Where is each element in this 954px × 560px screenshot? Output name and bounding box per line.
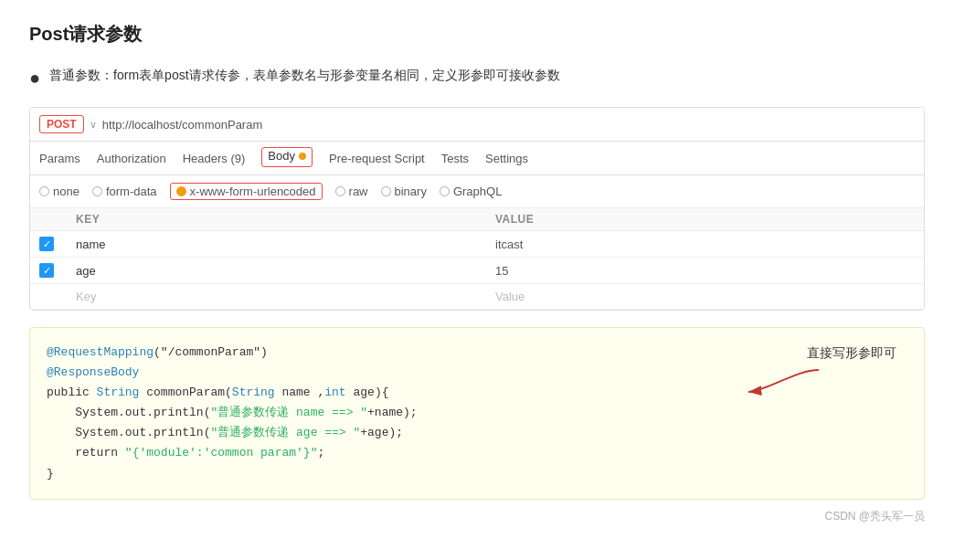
url-display[interactable]: http://localhost/commonParam <box>102 118 915 132</box>
body-type-binary[interactable]: binary <box>381 185 427 198</box>
radio-x-www <box>176 186 186 196</box>
method-dropdown-arrow[interactable]: ∨ <box>90 119 97 131</box>
body-active-dot <box>299 153 306 160</box>
body-type-row: none form-data x-www-form-urlencoded raw… <box>30 175 924 208</box>
tabs-row: Params Authorization Headers (9) Body Pr… <box>30 142 924 175</box>
body-type-raw[interactable]: raw <box>335 185 368 198</box>
table-header: KEY VALUE <box>30 208 924 231</box>
radio-none <box>39 186 49 196</box>
code-line-5: System.out.println("普通参数传递 age ==> "+age… <box>47 423 907 443</box>
table-value-age: 15 <box>495 264 915 278</box>
tab-authorization[interactable]: Authorization <box>97 152 166 171</box>
body-type-x-www[interactable]: x-www-form-urlencoded <box>170 183 323 200</box>
code-block: 直接写形参即可 @RequestMapping("/commonParam") … <box>29 327 925 500</box>
table-value-placeholder[interactable]: Value <box>495 290 915 303</box>
footer-credit: CSDN @秃头军一员 <box>29 509 925 524</box>
page-title: Post请求参数 <box>29 22 925 47</box>
code-line-6: return "{'module':'common param'}"; <box>47 443 907 463</box>
body-type-none[interactable]: none <box>39 185 80 198</box>
table-key-placeholder[interactable]: Key <box>76 290 495 303</box>
checkbox-checked-age[interactable]: ✓ <box>39 263 54 278</box>
code-line-4: System.out.println("普通参数传递 name ==> "+na… <box>47 403 907 423</box>
table-key-name: name <box>76 238 495 251</box>
bullet-dot: ● <box>29 65 40 90</box>
tab-tests[interactable]: Tests <box>441 152 469 171</box>
checkbox-checked[interactable]: ✓ <box>39 237 54 251</box>
radio-graphql <box>440 186 450 196</box>
table-row: ✓ age 15 <box>30 258 924 284</box>
http-method-badge[interactable]: POST <box>39 115 84 133</box>
tab-pre-request-script[interactable]: Pre-request Script <box>329 152 425 171</box>
table-key-age: age <box>76 264 495 278</box>
bullet-text: 普通参数：form表单post请求传参，表单参数名与形参变量名相同，定义形参即可… <box>49 65 559 85</box>
radio-raw <box>335 186 345 196</box>
tab-body[interactable]: Body <box>261 147 313 174</box>
table-value-name: itcast <box>495 238 915 251</box>
code-annotation: 直接写形参即可 <box>807 343 896 365</box>
radio-binary <box>381 186 391 196</box>
tab-settings[interactable]: Settings <box>485 152 528 171</box>
body-type-graphql[interactable]: GraphQL <box>440 185 502 198</box>
code-line-7: } <box>47 464 907 484</box>
bullet-section: ● 普通参数：form表单post请求传参，表单参数名与形参变量名相同，定义形参… <box>29 65 925 90</box>
tab-headers[interactable]: Headers (9) <box>183 152 246 171</box>
radio-form-data <box>92 186 102 196</box>
tab-params[interactable]: Params <box>39 152 80 171</box>
postman-panel: POST ∨ http://localhost/commonParam Para… <box>29 107 925 311</box>
table-row-empty: Key Value <box>30 284 924 310</box>
code-line-1: @RequestMapping("/commonParam") <box>47 343 907 363</box>
arrow-icon <box>741 363 823 399</box>
body-type-form-data[interactable]: form-data <box>92 185 157 198</box>
url-bar: POST ∨ http://localhost/commonParam <box>30 108 924 142</box>
table-row: ✓ name itcast <box>30 231 924 258</box>
